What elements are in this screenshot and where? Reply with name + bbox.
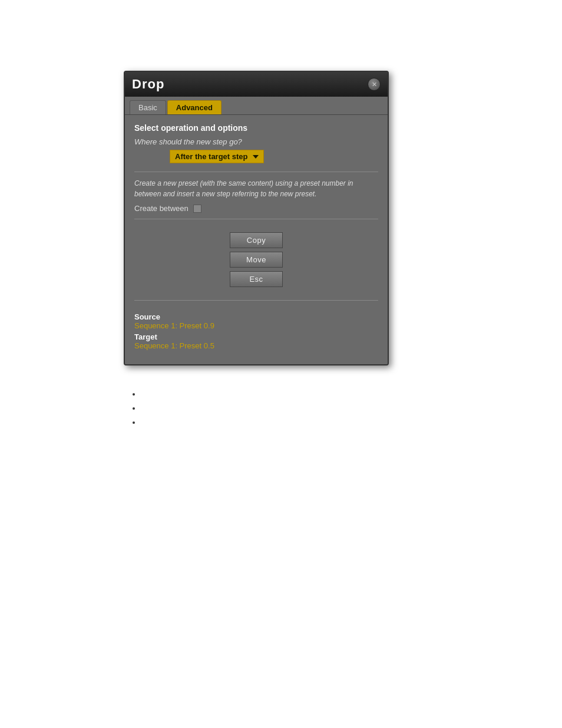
dialog-titlebar: Drop [125, 72, 388, 97]
position-dropdown[interactable]: After the target step [170, 150, 264, 163]
copy-button[interactable]: Copy [230, 232, 283, 248]
tab-basic[interactable]: Basic [130, 100, 166, 114]
create-between-checkbox[interactable] [193, 205, 201, 213]
buttons-section: Copy Move Esc [134, 225, 378, 294]
divider-2 [134, 219, 378, 219]
target-label: Target [134, 332, 378, 341]
drop-dialog: Drop Basic Advanced Select operation and… [124, 71, 389, 365]
dropdown-value: After the target step [175, 152, 248, 161]
create-between-row: Create between [134, 204, 378, 213]
source-label: Source [134, 312, 378, 321]
dialog-body: Select operation and options Where shoul… [125, 115, 388, 364]
source-value: Sequence 1: Preset 0.9 [134, 321, 378, 330]
info-section: Source Sequence 1: Preset 0.9 Target Seq… [134, 307, 378, 356]
section-title: Select operation and options [134, 123, 378, 133]
tab-advanced[interactable]: Advanced [167, 100, 222, 114]
tab-bar: Basic Advanced [125, 97, 388, 115]
dialog-title: Drop [132, 77, 164, 92]
close-button[interactable] [368, 78, 381, 91]
esc-button[interactable]: Esc [230, 271, 283, 287]
move-button[interactable]: Move [230, 252, 283, 268]
target-value: Sequence 1: Preset 0.5 [134, 341, 378, 350]
create-between-label: Create between [134, 204, 189, 213]
divider-1 [134, 172, 378, 172]
description-text: Create a new preset (with the same conte… [134, 178, 378, 199]
dropdown-container: After the target step [134, 150, 378, 163]
dropdown-question: Where should the new step go? [134, 137, 378, 146]
divider-3 [134, 300, 378, 301]
dropdown-arrow-icon [253, 155, 259, 159]
